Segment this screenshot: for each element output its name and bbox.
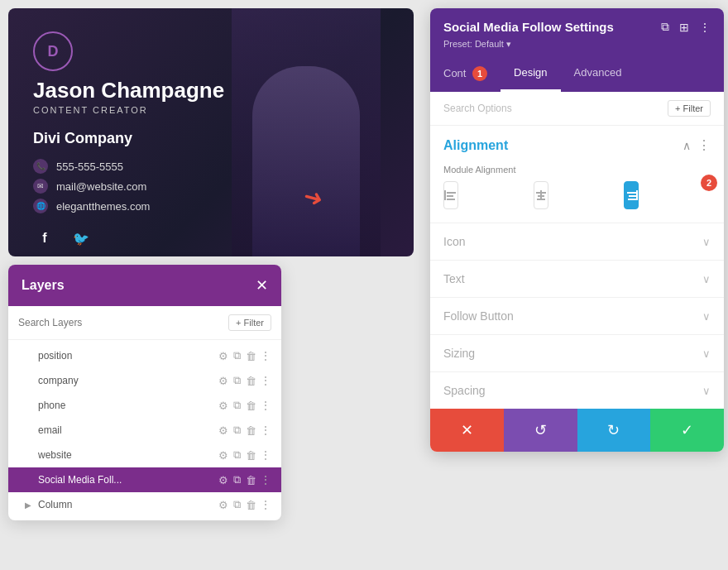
layer-actions-phone: ⚙ ⧉ 🗑 (218, 399, 256, 412)
layer-more-icon[interactable]: ⋮ (260, 424, 271, 437)
layer-actions-email: ⚙ ⧉ 🗑 (218, 424, 256, 437)
svg-rect-1 (447, 192, 456, 194)
layers-close-button[interactable]: ✕ (256, 276, 268, 295)
layer-delete-icon[interactable]: 🗑 (246, 375, 256, 387)
layer-name-email: email (38, 424, 218, 436)
alignment-more-icon[interactable]: ⋮ (697, 137, 711, 153)
layers-title: Layers (22, 278, 65, 293)
layer-more-icon[interactable]: ⋮ (260, 399, 271, 412)
text-chevron-icon: ∨ (702, 273, 711, 285)
search-options-row: Search Options + Filter (430, 92, 724, 126)
layer-settings-icon[interactable]: ⚙ (218, 499, 228, 511)
settings-tabs: Cont 1 Design Advanced (430, 58, 724, 92)
icon-section-title: Icon (443, 235, 465, 248)
layers-search-input[interactable] (18, 317, 142, 328)
settings-layout-icon[interactable]: ⊞ (679, 21, 689, 34)
settings-panel: Social Media Follow Settings ⧉ ⊞ ⋮ Prese… (430, 8, 724, 452)
svg-rect-0 (444, 190, 446, 200)
spacing-section-header[interactable]: Spacing ∨ (443, 372, 711, 409)
tab-advanced[interactable]: Advanced (561, 58, 635, 92)
tab-design[interactable]: Design (500, 58, 560, 92)
layer-more-icon[interactable]: ⋮ (260, 349, 271, 362)
layer-actions-column: ⚙ ⧉ 🗑 (218, 498, 256, 511)
align-center-button[interactable] (534, 181, 548, 209)
layer-copy-icon[interactable]: ⧉ (233, 424, 241, 437)
settings-header-icons: ⧉ ⊞ ⋮ (661, 20, 711, 34)
layer-item-email[interactable]: email ⚙ ⧉ 🗑 ⋮ (8, 418, 281, 443)
layer-settings-icon[interactable]: ⚙ (218, 449, 228, 462)
twitter-icon: 🐦 (69, 227, 93, 250)
follow-button-section-header[interactable]: Follow Button ∨ (443, 298, 711, 334)
settings-filter-button[interactable]: + Filter (668, 100, 711, 117)
align-right-wrapper: 2 (624, 181, 711, 209)
layer-more-icon[interactable]: ⋮ (260, 498, 271, 511)
tab-content-badge: 1 (472, 66, 487, 81)
layer-actions-position: ⚙ ⧉ 🗑 (218, 349, 256, 362)
search-options-label: Search Options (443, 103, 512, 114)
expand-arrow-icon: ▶ (25, 501, 31, 510)
text-section-header[interactable]: Text ∨ (443, 261, 711, 297)
align-left-button[interactable] (443, 181, 458, 209)
layer-actions-social: ⚙ ⧉ 🗑 (218, 473, 256, 486)
layer-delete-icon[interactable]: 🗑 (246, 474, 256, 486)
svg-rect-5 (536, 192, 546, 194)
alignment-content: Module Alignment (430, 161, 724, 223)
layer-item-position[interactable]: position ⚙ ⧉ 🗑 ⋮ (8, 343, 281, 368)
module-alignment-label: Module Alignment (443, 165, 711, 175)
redo-button[interactable]: ↻ (577, 409, 651, 452)
settings-more-icon[interactable]: ⋮ (699, 21, 711, 34)
alignment-badge-2: 2 (701, 175, 717, 191)
phone-text: 555-555-5555 (56, 160, 123, 173)
follow-button-title: Follow Button (443, 309, 514, 323)
settings-title: Social Media Follow Settings (443, 20, 614, 34)
layer-delete-icon[interactable]: 🗑 (246, 449, 256, 462)
alignment-section-header: Alignment ∧ ⋮ (430, 126, 724, 161)
layer-item-company[interactable]: company ⚙ ⧉ 🗑 ⋮ (8, 368, 281, 393)
layer-item-column[interactable]: ▶ Column ⚙ ⧉ 🗑 ⋮ (8, 492, 281, 517)
layer-item-phone[interactable]: phone ⚙ ⧉ 🗑 ⋮ (8, 393, 281, 418)
layer-delete-icon[interactable]: 🗑 (246, 400, 256, 412)
layer-settings-icon[interactable]: ⚙ (218, 350, 228, 362)
settings-preset[interactable]: Preset: Default ▾ (443, 39, 711, 50)
sizing-section-header[interactable]: Sizing ∨ (443, 335, 711, 371)
layer-copy-icon[interactable]: ⧉ (233, 399, 241, 412)
layer-more-icon[interactable]: ⋮ (260, 448, 271, 462)
layer-copy-icon[interactable]: ⧉ (233, 374, 241, 387)
layers-filter-button[interactable]: + Filter (228, 314, 271, 331)
person-image (232, 8, 381, 256)
layers-header: Layers ✕ (8, 265, 281, 306)
align-right-button[interactable] (624, 181, 639, 209)
settings-copy-icon[interactable]: ⧉ (661, 20, 669, 34)
layer-delete-icon[interactable]: 🗑 (246, 499, 256, 511)
layer-copy-icon[interactable]: ⧉ (233, 498, 241, 511)
svg-rect-6 (538, 195, 544, 197)
undo-button[interactable]: ↺ (504, 409, 577, 452)
svg-rect-8 (636, 190, 638, 200)
layer-settings-icon[interactable]: ⚙ (218, 424, 228, 437)
layer-name-company: company (38, 375, 218, 386)
cancel-button[interactable]: ✕ (430, 409, 504, 452)
layer-settings-icon[interactable]: ⚙ (218, 474, 228, 486)
layer-copy-icon[interactable]: ⧉ (233, 473, 241, 486)
layer-name-social-media: Social Media Foll... (38, 474, 218, 486)
layer-copy-icon[interactable]: ⧉ (233, 349, 241, 362)
icon-section: Icon ∨ (430, 223, 724, 260)
alignment-buttons: 2 (443, 181, 711, 209)
layer-more-icon[interactable]: ⋮ (260, 473, 271, 486)
save-button[interactable]: ✓ (650, 409, 724, 452)
layer-settings-icon[interactable]: ⚙ (218, 375, 228, 387)
svg-rect-11 (628, 199, 636, 200)
tab-advanced-label: Advanced (574, 66, 622, 79)
layer-item-social-media[interactable]: Social Media Foll... ⚙ ⧉ 🗑 ⋮ (8, 467, 281, 492)
icon-section-header[interactable]: Icon ∨ (443, 223, 711, 260)
alignment-collapse-icon[interactable]: ∧ (682, 139, 691, 152)
spacing-section-title: Spacing (443, 384, 486, 397)
layer-more-icon[interactable]: ⋮ (260, 374, 271, 387)
layer-delete-icon[interactable]: 🗑 (246, 424, 256, 437)
layer-delete-icon[interactable]: 🗑 (246, 350, 256, 362)
layer-item-website[interactable]: website ⚙ ⧉ 🗑 ⋮ (8, 443, 281, 467)
layer-settings-icon[interactable]: ⚙ (218, 400, 228, 412)
tab-content[interactable]: Cont 1 (430, 58, 500, 92)
layer-copy-icon[interactable]: ⧉ (233, 448, 241, 462)
website-text: elegantthemes.com (56, 200, 150, 213)
